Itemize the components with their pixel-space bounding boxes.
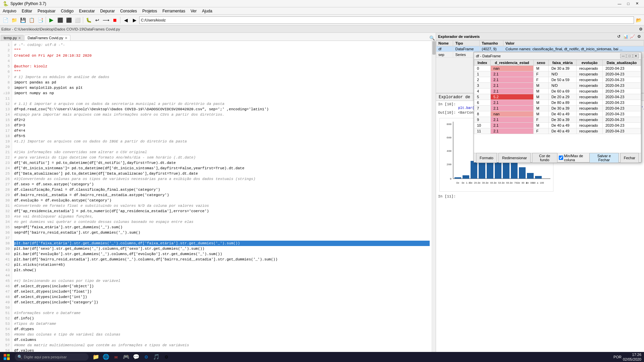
var-explorer-btn-3[interactable]: 📈: [629, 34, 635, 40]
taskbar-chrome[interactable]: 🌐: [101, 352, 111, 362]
var-type-0: DataFrame: [453, 46, 480, 52]
svg-rect-8: [463, 175, 469, 179]
col-type: Tipo: [453, 41, 480, 46]
continue-button[interactable]: ↩: [93, 16, 101, 24]
editor-settings-button[interactable]: ⚙: [639, 27, 643, 32]
taskbar-gmail[interactable]: ✉: [111, 352, 121, 362]
editor-scrollbar[interactable]: [432, 41, 436, 352]
code-line-32: df['ap_residencia_estadia'] = pd.to_nume…: [14, 208, 430, 214]
new-file-button[interactable]: 📄: [1, 16, 9, 24]
svg-text:400: 400: [447, 149, 452, 153]
svg-rect-30: [7, 354, 10, 357]
code-line-50: [14, 305, 430, 310]
menu-projetos[interactable]: Projetos: [140, 7, 160, 14]
step-button[interactable]: ⟶: [102, 16, 110, 24]
menu-arquivo[interactable]: Arquivo: [0, 7, 19, 14]
code-line-54: df.dtypes: [14, 326, 430, 332]
df-close-button[interactable]: Fechar: [620, 153, 639, 163]
code-line-29: df.bairro_resid__estadia = df.bairro_res…: [14, 192, 430, 198]
line-num-12: 12: [2, 101, 10, 107]
redimensionar-button[interactable]: Redimensionar: [498, 153, 531, 163]
line-num-9: 9: [2, 85, 10, 90]
menu-executar[interactable]: Executar: [76, 7, 97, 14]
search-in-editor-button[interactable]: 🔍: [429, 36, 435, 41]
line-num-13: 13: [2, 107, 10, 112]
menu-editar[interactable]: Editar: [19, 7, 35, 14]
var-explorer-header: Explorador de variáveis ↺ 📊 📈 ⚙: [436, 33, 644, 40]
run-cell-button[interactable]: ⬛: [56, 16, 64, 24]
line-num-40: 40: [2, 251, 10, 257]
code-line-26: #3)Convertendo as colunas para os tipos …: [14, 176, 430, 182]
close-tab-temp[interactable]: ✕: [18, 36, 21, 40]
open-button[interactable]: 📁: [10, 16, 18, 24]
line-num-49: 49: [2, 300, 10, 305]
close-file-button[interactable]: 📑: [36, 16, 44, 24]
menu-consoles[interactable]: Consoles: [117, 7, 140, 14]
var-explorer-btn-4[interactable]: ⚙: [636, 34, 642, 40]
tab-temp-py[interactable]: temp.py ✕: [1, 35, 24, 41]
taskbar-lang: POR: [613, 355, 622, 359]
path-input[interactable]: [139, 16, 634, 24]
forward-button[interactable]: ▶: [130, 16, 139, 24]
close-button[interactable]: ✕: [633, 0, 641, 7]
code-line-38: plt.bar(df['faixa_etária'].str.get_dummi…: [14, 241, 430, 246]
svg-rect-15: [519, 167, 526, 179]
title-bar: 🐍 Spyder (Python 3.7) — □ ✕: [0, 0, 644, 7]
df-data-table: Indexd_residencia_estadsexofaixa_etáriae…: [474, 60, 641, 134]
menu-pesquisar[interactable]: Pesquisar: [35, 7, 58, 14]
cor-fundo-button[interactable]: Cor de fundo: [532, 153, 557, 163]
browse-button[interactable]: 📂: [635, 16, 643, 24]
df-row: 12.1FN/Drecuperado2020-04-23: [474, 71, 641, 77]
line-num-23: 23: [2, 160, 10, 166]
menu-depurar[interactable]: Depurar: [98, 7, 117, 14]
line-num-57: 57: [2, 343, 10, 348]
code-line-1: # -*- coding: utf-8 -*-: [14, 42, 430, 48]
df-maximize[interactable]: □: [627, 54, 633, 58]
maximize-button[interactable]: □: [624, 0, 633, 7]
save-close-button[interactable]: Salvar e Fechar: [589, 153, 619, 163]
run-selection-button[interactable]: ⬜: [73, 16, 82, 24]
minimize-button[interactable]: —: [615, 0, 624, 7]
line-num-54: 54: [2, 326, 10, 332]
stop-button[interactable]: ⏹: [111, 16, 119, 24]
menu-codigo[interactable]: Código: [58, 7, 76, 14]
code-line-6: """: [14, 69, 430, 74]
formato-button[interactable]: Formato: [476, 153, 497, 163]
taskbar-discord[interactable]: 💬: [131, 352, 141, 362]
code-line-16: df3=3: [14, 123, 430, 128]
line-num-1: 1: [2, 42, 10, 48]
taskbar-steam[interactable]: 🎮: [121, 352, 131, 362]
code-line-58: df.values: [14, 348, 430, 352]
taskbar-search[interactable]: 🔍 Digite aqui para pesquisar: [15, 353, 89, 361]
taskbar-spotify[interactable]: 🎵: [152, 352, 161, 362]
menu-ver[interactable]: Ver: [188, 7, 199, 14]
toolbar-sep-2: [83, 17, 83, 23]
start-button[interactable]: [0, 352, 13, 362]
save-all-button[interactable]: 📋: [28, 16, 36, 24]
code-line-42: plt.xticks(rotation=45): [14, 262, 430, 267]
df-header: Data_atualização: [603, 60, 641, 66]
tab-explorador[interactable]: Explorador de: [436, 94, 473, 100]
minmax-checkbox[interactable]: Min/Max de coluna: [559, 153, 589, 163]
var-name-1: sep: [436, 52, 453, 58]
line-num-20: 20: [2, 144, 10, 149]
menu-ajuda[interactable]: Ajuda: [199, 7, 215, 14]
save-button[interactable]: 💾: [19, 16, 27, 24]
taskbar-gear[interactable]: ⚙: [162, 352, 171, 362]
menu-ferramentas[interactable]: Ferramentas: [160, 7, 188, 14]
taskbar-settings[interactable]: ⚙: [142, 352, 151, 362]
var-explorer-btn-1[interactable]: ↺: [616, 34, 622, 40]
debug-button[interactable]: 🐛: [85, 16, 93, 24]
line-num-55: 55: [2, 332, 10, 337]
var-explorer-btn-2[interactable]: 📊: [623, 34, 629, 40]
taskbar-file-explorer[interactable]: 📁: [91, 352, 101, 362]
line-num-6: 6: [2, 69, 10, 74]
close-tab-dataframes[interactable]: ✕: [65, 36, 67, 40]
run-cell-advance-button[interactable]: ⬛: [65, 16, 73, 24]
df-close[interactable]: ✕: [633, 54, 639, 58]
tab-dataframes-covid[interactable]: DataFrames Covid.py ✕: [24, 35, 70, 41]
df-minimize[interactable]: —: [620, 54, 626, 58]
back-button[interactable]: ◀: [122, 16, 130, 24]
run-button[interactable]: ▶: [47, 16, 55, 24]
code-content[interactable]: # -*- coding: utf-8 -*-"""Created on Fri…: [12, 41, 432, 352]
